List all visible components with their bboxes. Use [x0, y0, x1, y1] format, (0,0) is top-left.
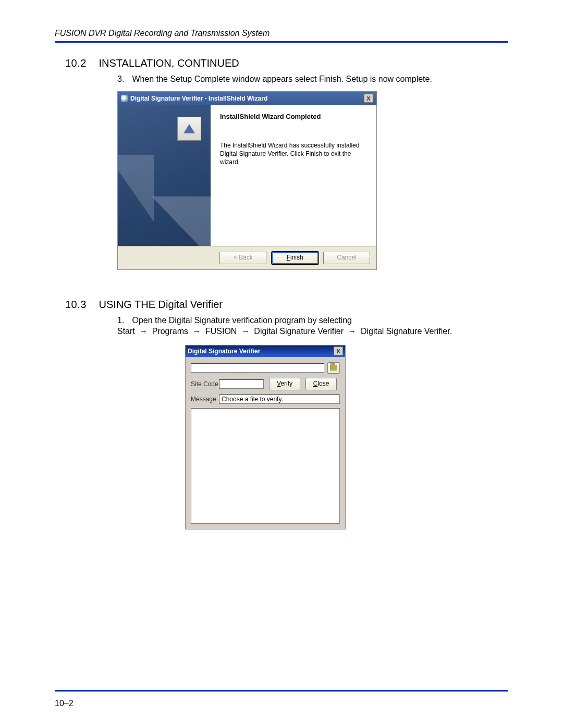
wizard-body-text: The InstallShield Wizard has successfull… — [220, 141, 367, 167]
wizard-app-icon — [121, 95, 128, 102]
row-site-code: Site Code Verify Close — [191, 378, 340, 390]
menu-path-programs: Programs — [152, 327, 188, 336]
step-text-fragment: Finish — [319, 75, 341, 83]
doc-header: FUSION DVR Digital Recording and Transmi… — [55, 29, 508, 38]
step-3: 3. When the Setup Complete window appear… — [117, 73, 477, 85]
preview-canvas — [191, 408, 340, 524]
step-line-1: Open the Digital Signature verification … — [132, 316, 352, 325]
page-number: 10–2 — [55, 699, 74, 708]
menu-path-start: Start — [117, 327, 135, 336]
trailing-period: . — [450, 327, 452, 336]
message-text: Choose a file to verify. — [219, 394, 340, 404]
arrow-icon: → — [346, 326, 358, 337]
wizard-titlebar: Digital Signature Verifier - InstallShie… — [118, 92, 376, 105]
step-text-fragment: window appears select — [230, 75, 319, 83]
section-heading-10-3: 10.3 USING THE Digital Verifier — [65, 299, 508, 311]
cancel-button: Cancel — [323, 252, 370, 264]
browse-button[interactable] — [327, 362, 340, 374]
verifier-close-button[interactable]: X — [334, 347, 343, 355]
row-message: Message Choose a file to verify. — [191, 394, 340, 404]
message-label: Message — [191, 396, 219, 403]
section-title: INSTALLATION, CONTINUED — [99, 57, 239, 69]
finish-button[interactable]: Finish — [272, 252, 319, 264]
wizard-close-button[interactable]: X — [364, 94, 373, 103]
step-number: 3. — [117, 73, 130, 85]
wizard-logo-icon — [177, 117, 201, 141]
site-code-label: Site Code — [191, 380, 219, 388]
arrow-icon: → — [239, 326, 252, 337]
footer-rule — [55, 690, 508, 692]
row-path — [191, 362, 340, 374]
verify-button[interactable]: Verify — [269, 378, 300, 390]
verifier-titlebar: Digital Signature Verifier X — [186, 346, 345, 357]
digital-signature-verifier-dialog: Digital Signature Verifier X Site Code V… — [185, 345, 346, 529]
wizard-side-graphic — [118, 105, 211, 246]
file-path-input[interactable] — [191, 363, 324, 373]
menu-path-dsv-item: Digital Signature Verifier — [361, 327, 450, 336]
step-text-fragment: When the — [132, 75, 170, 83]
menu-path-fusion: FUSION — [205, 327, 237, 336]
arrow-icon: → — [137, 326, 150, 337]
back-button: < Back — [219, 252, 266, 264]
arrow-icon: → — [191, 326, 203, 337]
menu-path-dsv-folder: Digital Signature Verifier — [254, 327, 344, 336]
verifier-title-text: Digital Signature Verifier — [188, 348, 334, 355]
step-number: 1. — [117, 315, 130, 326]
step-1: 1. Open the Digital Signature verificati… — [117, 315, 477, 337]
header-rule — [55, 41, 508, 43]
section-heading-10-2: 10.2 INSTALLATION, CONTINUED — [65, 57, 508, 69]
installshield-wizard-dialog: Digital Signature Verifier - InstallShie… — [117, 91, 377, 270]
section-number: 10.2 — [65, 57, 87, 69]
section-number: 10.3 — [65, 299, 87, 310]
close-button[interactable]: Close — [305, 378, 337, 390]
step-text-fragment: Setup Complete — [170, 75, 230, 83]
wizard-button-bar: < Back Finish Cancel — [118, 246, 376, 269]
section-title: USING THE Digital Verifier — [99, 299, 223, 310]
site-code-input[interactable] — [219, 379, 264, 389]
wizard-title-text: Digital Signature Verifier - InstallShie… — [130, 95, 364, 102]
step-text-fragment: . Setup is now complete. — [341, 75, 432, 83]
open-folder-icon — [330, 365, 337, 371]
wizard-heading: InstallShield Wizard Completed — [220, 113, 367, 120]
